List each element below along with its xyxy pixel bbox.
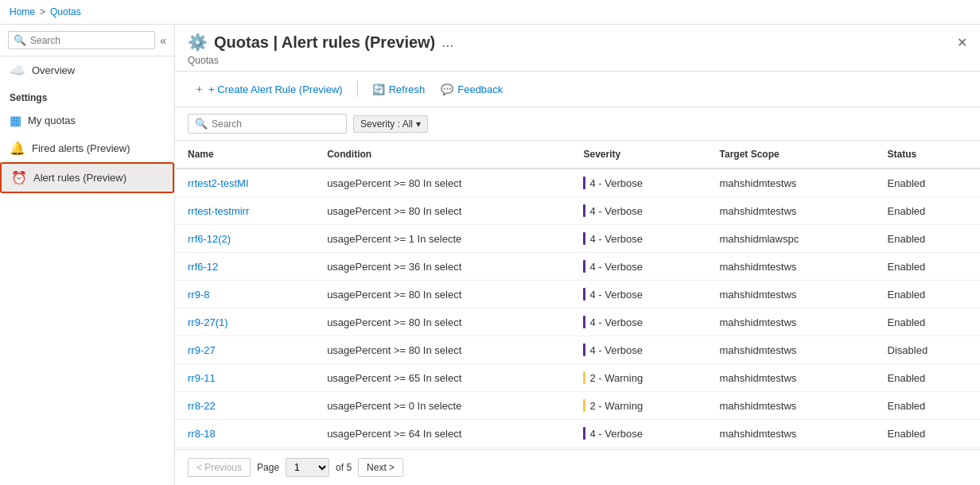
alert-rule-link[interactable]: rr8-22 — [188, 400, 216, 412]
pagination: < Previous Page 12345 of 5 Next > — [175, 449, 980, 485]
cell-target-scope: mahshidmtestws — [707, 392, 875, 420]
cell-severity: 4 - Verbose — [570, 253, 706, 281]
severity-label: 4 - Verbose — [589, 316, 643, 328]
sidebar-item-overview[interactable]: ☁️ Overview — [0, 56, 174, 84]
alert-rule-link[interactable]: rrf6-12 — [188, 261, 218, 273]
cell-severity: 4 - Verbose — [570, 420, 706, 448]
sidebar-search-box[interactable]: 🔍 — [8, 31, 155, 49]
col-severity: Severity — [570, 141, 706, 169]
filter-search-input[interactable] — [212, 118, 340, 130]
feedback-icon: 💬 — [441, 83, 453, 95]
alert-rule-link[interactable]: rr9-11 — [188, 372, 216, 384]
severity-filter-tag[interactable]: Severity : All ▾ — [353, 115, 428, 133]
sidebar-item-label: Fired alerts (Preview) — [32, 142, 130, 154]
sidebar-item-myquotas[interactable]: ▦ My quotas — [0, 107, 174, 134]
toolbar-separator — [357, 81, 358, 97]
cell-target-scope: mahshidmtestws — [707, 169, 875, 197]
cell-name: rr8-22 — [175, 392, 314, 420]
table-row: rr9-11 usagePercent >= 65 In select 2 - … — [175, 364, 980, 392]
filter-search-box[interactable]: 🔍 — [188, 114, 347, 134]
chevron-down-icon: ▾ — [416, 118, 421, 130]
close-icon[interactable]: ✕ — [957, 35, 967, 50]
sidebar-item-label: My quotas — [28, 114, 76, 126]
grid-icon: ▦ — [10, 113, 21, 128]
cell-status: Enabled — [875, 420, 980, 448]
cell-condition: usagePercent >= 0 In selecte — [314, 392, 570, 420]
severity-label: 4 - Verbose — [589, 233, 643, 245]
filter-search-icon: 🔍 — [195, 118, 208, 130]
alert-rule-link[interactable]: rr9-8 — [188, 289, 209, 301]
clock-alert-icon: ⏰ — [11, 170, 27, 185]
cell-condition: usagePercent >= 80 In select — [314, 197, 570, 225]
search-icon: 🔍 — [14, 34, 26, 46]
col-condition: Condition — [314, 141, 570, 169]
severity-label: 4 - Verbose — [589, 261, 643, 273]
severity-indicator — [583, 288, 585, 301]
cell-name: rr9-11 — [175, 364, 314, 392]
cell-condition: usagePercent >= 80 In select — [314, 308, 570, 336]
refresh-icon: 🔄 — [372, 83, 385, 95]
cell-severity: 4 - Verbose — [570, 169, 706, 197]
severity-label: 2 - Warning — [589, 372, 643, 384]
severity-indicator — [583, 399, 585, 412]
severity-filter-label: Severity : All — [360, 118, 413, 130]
cell-name: rr9-27 — [175, 336, 314, 364]
refresh-label: Refresh — [389, 83, 426, 95]
breadcrumb-quotas[interactable]: Quotas — [50, 6, 81, 17]
alert-rule-link[interactable]: rrtest-testmirr — [188, 205, 249, 217]
cell-condition: usagePercent >= 64 In select — [314, 420, 570, 448]
alert-rule-link[interactable]: rr9-27(1) — [188, 316, 228, 328]
sidebar-collapse-button[interactable]: « — [160, 34, 166, 47]
cell-target-scope: mahshidmtestws — [707, 197, 875, 225]
prev-button[interactable]: < Previous — [188, 458, 251, 477]
feedback-button[interactable]: 💬 Feedback — [434, 80, 509, 99]
sidebar-item-label: Overview — [32, 64, 75, 76]
content-header: ⚙️ Quotas | Alert rules (Preview) ... ✕ … — [175, 25, 980, 72]
alert-rule-link[interactable]: rr8-18 — [188, 428, 216, 440]
cell-severity: 2 - Warning — [570, 392, 706, 420]
breadcrumb: Home > Quotas — [0, 0, 980, 25]
create-alert-rule-button[interactable]: ＋ + Create Alert Rule (Preview) — [188, 78, 349, 100]
create-label: + Create Alert Rule (Preview) — [208, 83, 343, 95]
table-row: rrtest2-testMI usagePercent >= 80 In sel… — [175, 169, 980, 197]
refresh-button[interactable]: 🔄 Refresh — [366, 80, 432, 99]
alert-rule-link[interactable]: rrf6-12(2) — [188, 233, 231, 245]
breadcrumb-home[interactable]: Home — [10, 6, 35, 17]
alert-rule-link[interactable]: rrtest2-testMI — [188, 177, 249, 189]
alert-rules-table: Name Condition Severity Target Scope Sta… — [175, 141, 980, 448]
cell-target-scope: mahshidmtestws — [707, 420, 875, 448]
severity-label: 4 - Verbose — [589, 428, 643, 440]
cell-target-scope: mahshidmtestws — [707, 308, 875, 336]
more-options-icon[interactable]: ... — [441, 34, 453, 51]
cell-target-scope: mahshidmtestws — [707, 364, 875, 392]
cell-target-scope: mahshidmtestws — [707, 253, 875, 281]
overview-icon: ☁️ — [10, 63, 25, 78]
cell-name: rr8-18 — [175, 420, 314, 448]
col-target-scope: Target Scope — [707, 141, 875, 169]
cell-name: rrtest2-testMI — [175, 169, 314, 197]
cell-name: rrf6-12(2) — [175, 225, 314, 253]
cell-target-scope: mahshidmtestws — [707, 336, 875, 364]
sidebar: 🔍 « ☁️ Overview Settings ▦ My quotas 🔔 F… — [0, 25, 175, 485]
severity-indicator — [583, 343, 585, 356]
cell-status: Enabled — [875, 169, 980, 197]
cell-status: Enabled — [875, 225, 980, 253]
severity-label: 4 - Verbose — [589, 344, 643, 356]
table-row: rrf6-12 usagePercent >= 36 In select 4 -… — [175, 253, 980, 281]
next-button[interactable]: Next > — [358, 458, 403, 477]
severity-label: 4 - Verbose — [589, 289, 643, 301]
cell-condition: usagePercent >= 80 In select — [314, 281, 570, 308]
sidebar-item-alert-rules[interactable]: ⏰ Alert rules (Preview) — [0, 162, 174, 193]
severity-indicator — [583, 232, 585, 245]
col-status: Status — [875, 141, 980, 169]
severity-indicator — [583, 260, 585, 273]
feedback-label: Feedback — [457, 83, 503, 95]
sidebar-search-input[interactable] — [30, 35, 150, 46]
page-select[interactable]: 12345 — [286, 458, 329, 477]
severity-label: 2 - Warning — [589, 400, 643, 412]
cell-severity: 4 - Verbose — [570, 197, 706, 225]
cell-severity: 4 - Verbose — [570, 308, 706, 336]
alert-rule-link[interactable]: rr9-27 — [188, 344, 216, 356]
sidebar-item-fired-alerts[interactable]: 🔔 Fired alerts (Preview) — [0, 134, 174, 162]
cell-name: rr9-8 — [175, 281, 314, 308]
